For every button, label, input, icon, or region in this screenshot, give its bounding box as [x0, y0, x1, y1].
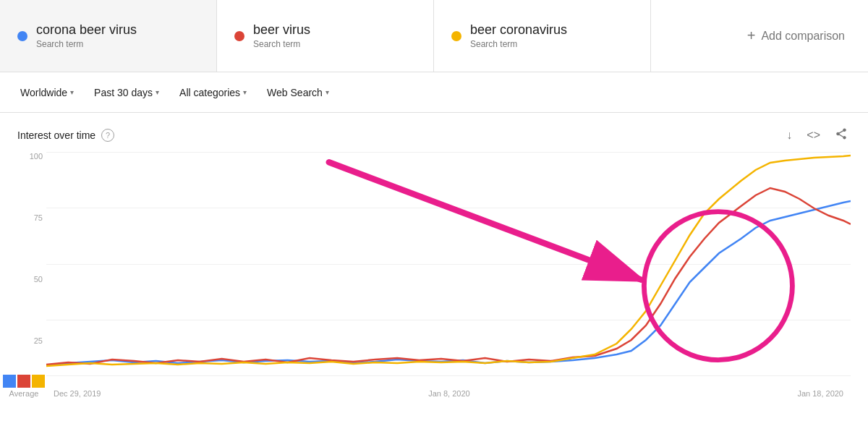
search-type-chevron-icon: ▾ — [326, 88, 329, 96]
term1-info: corona beer virus Search term — [36, 22, 137, 49]
term2-name: beer virus — [253, 22, 310, 38]
embed-button[interactable]: <> — [804, 124, 823, 146]
legend-bar-blue — [3, 375, 16, 388]
term3-dot — [451, 31, 461, 41]
plus-icon: + — [747, 27, 756, 44]
legend-bar-red — [17, 375, 30, 388]
region-chevron-icon: ▾ — [70, 88, 74, 96]
region-label: Worldwide — [20, 87, 67, 98]
add-comparison-button[interactable]: + Add comparison — [724, 0, 868, 72]
search-type-filter[interactable]: Web Search ▾ — [258, 81, 338, 104]
term3-info: beer coronavirus Search term — [470, 22, 567, 49]
term1-type: Search term — [36, 39, 137, 49]
search-term-3[interactable]: beer coronavirus Search term — [434, 0, 651, 72]
time-chevron-icon: ▾ — [156, 88, 159, 96]
term2-dot — [234, 31, 244, 41]
time-label: Past 30 days — [94, 87, 153, 98]
chart-svg — [46, 152, 851, 376]
chart-title-text: Interest over time — [17, 129, 95, 141]
category-filter[interactable]: All categories ▾ — [171, 81, 255, 104]
filter-bar: Worldwide ▾ Past 30 days ▾ All categorie… — [0, 72, 868, 113]
term1-name: corona beer virus — [36, 22, 137, 38]
category-label: All categories — [179, 87, 240, 98]
chart-header: Interest over time ? ↓ <> — [17, 124, 851, 146]
legend: Average — [3, 375, 45, 398]
time-filter[interactable]: Past 30 days ▾ — [85, 81, 168, 104]
region-filter[interactable]: Worldwide ▾ — [12, 81, 82, 104]
search-type-label: Web Search — [267, 87, 323, 98]
chart-container: 100 75 50 25 Dec 29, 2019 Jan 8, 2020 — [46, 152, 851, 398]
legend-bars — [3, 375, 45, 388]
chart-actions: ↓ <> — [783, 124, 851, 146]
y-label-25: 25 — [17, 336, 43, 345]
share-button[interactable] — [832, 124, 851, 146]
legend-label: Average — [3, 389, 45, 398]
add-comparison-label: Add comparison — [761, 30, 845, 43]
download-button[interactable]: ↓ — [783, 124, 795, 146]
x-axis: Dec 29, 2019 Jan 8, 2020 Jan 18, 2020 — [46, 389, 851, 398]
y-label-100: 100 — [17, 152, 43, 161]
x-label-dec29: Dec 29, 2019 — [54, 389, 101, 398]
chart-title-group: Interest over time ? — [17, 129, 114, 142]
y-label-50: 50 — [17, 275, 43, 284]
search-term-2[interactable]: beer virus Search term — [217, 0, 434, 72]
term3-name: beer coronavirus — [470, 22, 567, 38]
legend-bar-yellow — [32, 375, 45, 388]
search-term-1[interactable]: corona beer virus Search term — [0, 0, 217, 72]
y-axis: 100 75 50 25 — [17, 152, 43, 398]
x-label-jan18: Jan 18, 2020 — [797, 389, 843, 398]
chart-section: Interest over time ? ↓ <> 100 75 50 25 — [0, 113, 868, 409]
term2-type: Search term — [253, 39, 310, 49]
y-label-75: 75 — [17, 213, 43, 222]
term1-dot — [17, 31, 27, 41]
term2-info: beer virus Search term — [253, 22, 310, 49]
search-terms-bar: corona beer virus Search term beer virus… — [0, 0, 868, 72]
term3-type: Search term — [470, 39, 567, 49]
category-chevron-icon: ▾ — [243, 88, 247, 96]
x-label-jan8: Jan 8, 2020 — [428, 389, 470, 398]
help-icon[interactable]: ? — [101, 129, 114, 142]
